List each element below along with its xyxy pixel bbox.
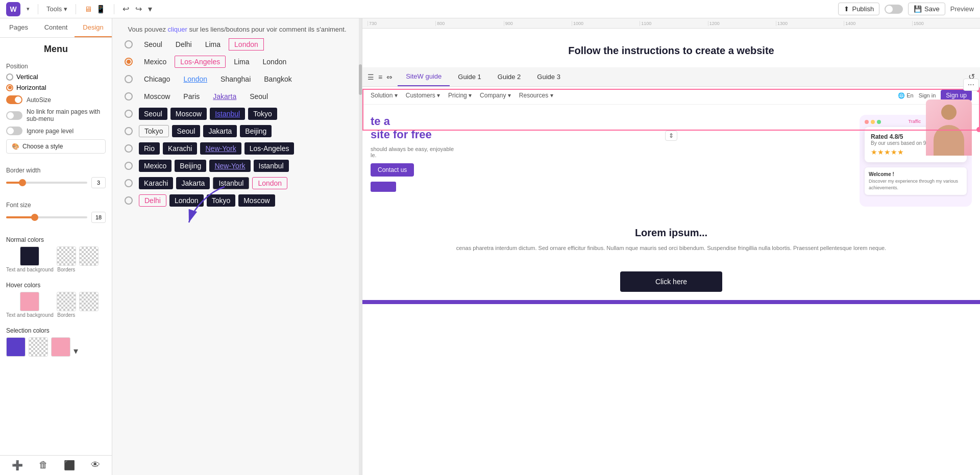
choose-style-button[interactable]: 🎨 Choose a style [6,139,106,154]
reset-icon[interactable]: ↺ [968,72,975,82]
menu-item[interactable]: Los-Angeles [244,142,295,155]
row5-radio[interactable] [125,110,133,118]
row8-radio[interactable] [125,162,133,170]
menu-item[interactable]: Karachi [163,142,197,155]
middle-scroll-thumb[interactable] [359,64,362,95]
row7-radio[interactable] [125,144,133,153]
selection-main-swatch[interactable] [6,337,26,357]
no-link-toggle[interactable] [6,111,22,120]
row9-radio[interactable] [125,179,133,187]
menu-item[interactable]: Istanbul [213,177,249,189]
menu-item[interactable]: Paris [178,90,205,103]
click-here-button[interactable]: Click here [620,271,722,292]
menu-item[interactable]: Moscow [139,90,175,103]
menu-item[interactable]: Jakarta [208,90,241,103]
publish-button[interactable]: ⬆ Publish [838,3,879,15]
menu-item[interactable]: Mexico [139,56,172,68]
guide-tab-1[interactable]: Guide 1 [450,68,489,86]
nav-solution[interactable]: Solution [371,92,398,99]
menu-item[interactable]: Mexico [139,160,172,172]
preview-button[interactable]: Preview [950,5,974,13]
menu-item[interactable]: Beijing [175,160,206,172]
font-slider[interactable] [6,216,87,218]
add-element-icon[interactable]: ➕ [12,460,23,471]
align-center-icon[interactable]: ≡ [378,73,382,81]
menu-item[interactable]: New-York [200,142,241,155]
menu-item[interactable]: Seoul [172,125,201,137]
selection-pink-swatch[interactable] [51,337,70,357]
normal-borders-swatch[interactable] [57,246,76,266]
menu-item[interactable]: London [229,38,264,51]
menu-item[interactable]: Moscow [170,108,207,120]
position-horizontal[interactable]: Horizontal [6,84,106,91]
nav-customers[interactable]: Customers [406,92,440,99]
row1-radio[interactable] [125,40,133,48]
undo-icon[interactable]: ↩ [122,4,129,14]
nav-pricing[interactable]: Pricing [448,92,472,99]
logo-icon[interactable]: W [6,2,20,16]
lang-selector[interactable]: 🌐 En [898,92,914,99]
redo-icon[interactable]: ↪ [135,4,142,14]
more-options-icon[interactable]: ▾ [148,4,152,14]
tools-menu[interactable]: Tools ▾ [46,5,67,13]
menu-item[interactable]: Karachi [139,177,173,189]
menu-item[interactable]: Istanbul [254,160,289,172]
menu-item[interactable]: London [252,177,287,189]
menu-item[interactable]: Seoul [244,90,273,103]
menu-item[interactable]: Lima [229,56,254,68]
menu-item[interactable]: Rio [139,142,160,155]
menu-item[interactable]: Delhi [170,38,197,51]
tab-pages[interactable]: Pages [0,18,37,37]
autosize-toggle[interactable] [6,95,22,104]
tab-design[interactable]: Design [75,18,112,37]
menu-item[interactable]: Delhi [139,194,166,207]
normal-extra-swatch[interactable] [79,246,99,266]
hover-text-bg-swatch[interactable] [20,292,39,311]
normal-text-bg-swatch[interactable] [20,246,39,266]
tab-content[interactable]: Content [37,18,75,37]
menu-item[interactable]: Bangkok [259,73,297,85]
guide-tab-3[interactable]: Guide 3 [529,68,569,86]
menu-item[interactable]: Tokyo [248,108,277,120]
nav-resources[interactable]: Resources [519,92,553,99]
fit-width-icon[interactable]: ⇔ [386,73,393,81]
hover-borders-swatch[interactable] [57,292,76,311]
horizontal-radio[interactable] [6,84,13,91]
mobile-icon[interactable]: 📱 [96,5,106,14]
hover-extra-swatch[interactable] [79,292,99,311]
position-vertical[interactable]: Vertical [6,73,106,81]
menu-item[interactable]: Seoul [139,38,167,51]
row10-radio[interactable] [125,196,133,205]
brand-dropdown[interactable]: ▾ [27,6,30,12]
menu-item[interactable]: Jakarta [176,177,210,189]
row2-radio[interactable] [125,58,133,66]
menu-item[interactable]: Moscow [238,194,275,207]
menu-item[interactable]: London [258,56,292,68]
menu-item[interactable]: New-York [209,160,250,172]
nav-company[interactable]: Company [480,92,511,99]
ignore-page-toggle[interactable] [6,127,22,135]
menu-item[interactable]: Istanbul [210,108,245,120]
signin-link[interactable]: Sign in [919,92,936,98]
menu-item[interactable]: Seoul [139,108,167,120]
publish-toggle[interactable] [885,5,903,14]
delete-icon[interactable]: 🗑 [39,460,48,471]
row6-radio[interactable] [125,127,133,135]
row4-radio[interactable] [125,92,133,101]
menu-item[interactable]: Chicago [139,73,175,85]
layers-icon[interactable]: ⬛ [64,460,75,471]
menu-item[interactable]: Tokyo [139,125,169,137]
middle-info-link[interactable]: cliquer [168,26,187,33]
desktop-icon[interactable]: 🖥 [84,5,92,14]
save-button[interactable]: 💾 Save [908,3,945,15]
vertical-radio[interactable] [6,73,13,81]
selection-more-icon[interactable]: ▾ [74,345,78,357]
hero-cta-button[interactable]: Contact us [371,163,414,177]
menu-item[interactable]: Los-Angeles [175,56,226,68]
menu-item[interactable]: Tokyo [207,194,236,207]
align-left-icon[interactable]: ☰ [368,73,374,81]
menu-item[interactable]: London [169,194,204,207]
visibility-icon[interactable]: 👁 [91,460,100,471]
selection-checker-swatch[interactable] [29,337,48,357]
border-slider[interactable] [6,182,87,184]
